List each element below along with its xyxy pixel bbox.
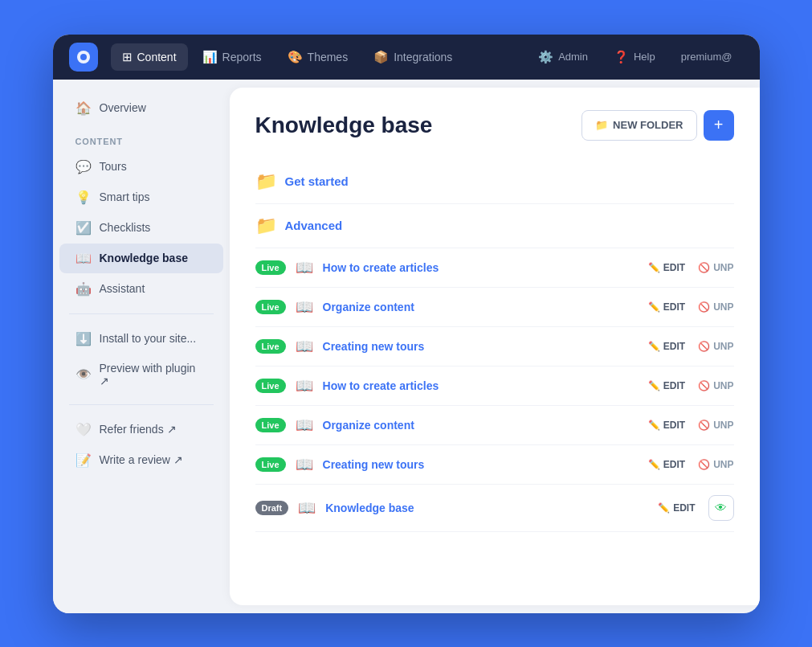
admin-icon: ⚙️	[538, 50, 553, 64]
themes-icon: 🎨	[288, 50, 303, 64]
article-row-2: Live 📖 Organize content ✏️ EDIT 🚫 UNP	[255, 288, 734, 327]
article-name-6[interactable]: Creating new tours	[323, 458, 639, 471]
unpublish-button-6[interactable]: 🚫 UNP	[698, 459, 733, 470]
integrations-icon: 📦	[373, 50, 389, 64]
folder-name-advanced: Advanced	[285, 219, 343, 232]
home-icon: 🏠	[75, 100, 92, 116]
edit-button-3[interactable]: ✏️ EDIT	[648, 341, 685, 352]
unpublish-button-2[interactable]: 🚫 UNP	[698, 301, 733, 313]
article-name-4[interactable]: How to create articles	[323, 379, 639, 392]
view-button-7[interactable]: 👁	[708, 495, 734, 521]
nav-right-group: ⚙️ Admin ❓ Help premium@	[527, 43, 743, 71]
help-icon: ❓	[614, 50, 629, 64]
unpublish-button-5[interactable]: 🚫 UNP	[698, 420, 733, 431]
sidebar: 🏠 Overview CONTENT 💬 Tours 💡 Smart tips …	[53, 80, 230, 613]
new-folder-button[interactable]: 📁 NEW FOLDER	[581, 110, 696, 141]
app-window: ⊞ Content 📊 Reports 🎨 Themes 📦 Integrati…	[53, 35, 760, 613]
article-actions-7: ✏️ EDIT 👁	[658, 495, 733, 521]
status-badge-7: Draft	[255, 501, 289, 515]
page-header: Knowledge base 📁 NEW FOLDER +	[255, 110, 734, 141]
folder-icon-get-started: 📁	[255, 171, 277, 192]
article-actions-1: ✏️ EDIT 🚫 UNP	[648, 262, 734, 273]
sidebar-item-smart-tips[interactable]: 💡 Smart tips	[59, 182, 223, 212]
folder-get-started[interactable]: 📁 Get started	[255, 160, 734, 204]
article-actions-5: ✏️ EDIT 🚫 UNP	[648, 420, 734, 431]
article-row-7: Draft 📖 Knowledge base ✏️ EDIT 👁	[255, 485, 734, 532]
sidebar-divider-2	[69, 404, 214, 405]
article-row-5: Live 📖 Organize content ✏️ EDIT 🚫 UNP	[255, 406, 734, 445]
add-button[interactable]: +	[704, 110, 734, 141]
app-logo[interactable]	[69, 43, 98, 72]
status-badge-5: Live	[255, 418, 286, 432]
article-actions-3: ✏️ EDIT 🚫 UNP	[648, 341, 734, 352]
article-icon-4: 📖	[296, 377, 313, 395]
sidebar-item-tours[interactable]: 💬 Tours	[59, 152, 223, 182]
sidebar-item-assistant[interactable]: 🤖 Assistant	[59, 274, 223, 304]
article-actions-4: ✏️ EDIT 🚫 UNP	[648, 380, 734, 391]
article-name-5[interactable]: Organize content	[323, 419, 639, 432]
nav-admin[interactable]: ⚙️ Admin	[527, 43, 599, 71]
article-icon-1: 📖	[296, 259, 313, 276]
article-actions-6: ✏️ EDIT 🚫 UNP	[648, 459, 734, 470]
top-navigation: ⊞ Content 📊 Reports 🎨 Themes 📦 Integrati…	[53, 35, 760, 80]
sidebar-item-overview[interactable]: 🏠 Overview	[59, 93, 223, 123]
status-badge-1: Live	[255, 260, 286, 275]
status-badge-3: Live	[255, 339, 286, 354]
nav-integrations[interactable]: 📦 Integrations	[362, 43, 463, 71]
checklists-icon: ☑️	[75, 220, 92, 235]
article-icon-5: 📖	[296, 416, 313, 434]
edit-button-1[interactable]: ✏️ EDIT	[648, 262, 685, 273]
sidebar-item-refer[interactable]: 🤍 Refer friends ↗	[59, 415, 223, 444]
preview-icon: 👁️	[75, 366, 92, 382]
article-row-6: Live 📖 Creating new tours ✏️ EDIT 🚫 UNP	[255, 445, 734, 485]
sidebar-item-checklists[interactable]: ☑️ Checklists	[59, 213, 223, 243]
status-badge-4: Live	[255, 379, 286, 393]
edit-button-5[interactable]: ✏️ EDIT	[648, 420, 685, 431]
review-icon: 📝	[75, 452, 92, 468]
content-area: Knowledge base 📁 NEW FOLDER + 📁 Get star…	[230, 88, 760, 605]
sidebar-item-preview[interactable]: 👁️ Preview with plugin ↗	[59, 354, 223, 395]
nav-reports[interactable]: 📊 Reports	[191, 43, 273, 71]
knowledge-base-icon: 📖	[75, 251, 92, 266]
edit-button-6[interactable]: ✏️ EDIT	[648, 459, 685, 470]
assistant-icon: 🤖	[75, 281, 92, 297]
article-icon-7: 📖	[298, 499, 316, 517]
unpublish-button-1[interactable]: 🚫 UNP	[698, 262, 733, 273]
article-icon-3: 📖	[296, 338, 313, 355]
article-row-4: Live 📖 How to create articles ✏️ EDIT 🚫 …	[255, 366, 734, 406]
article-name-1[interactable]: How to create articles	[323, 261, 639, 274]
main-layout: 🏠 Overview CONTENT 💬 Tours 💡 Smart tips …	[53, 80, 760, 613]
article-icon-2: 📖	[296, 298, 313, 316]
reports-icon: 📊	[202, 50, 218, 64]
article-actions-2: ✏️ EDIT 🚫 UNP	[648, 301, 734, 313]
edit-button-2[interactable]: ✏️ EDIT	[648, 301, 685, 313]
nav-help[interactable]: ❓ Help	[602, 43, 667, 71]
svg-point-1	[80, 54, 87, 60]
edit-button-4[interactable]: ✏️ EDIT	[648, 380, 685, 391]
user-email: premium@	[670, 44, 744, 69]
smart-tips-icon: 💡	[75, 190, 92, 205]
nav-content[interactable]: ⊞ Content	[111, 43, 188, 71]
nav-themes[interactable]: 🎨 Themes	[276, 43, 360, 71]
article-row-1: Live 📖 How to create articles ✏️ EDIT 🚫 …	[255, 248, 734, 288]
sidebar-item-install[interactable]: ⬇️ Install to your site...	[59, 324, 223, 354]
sidebar-item-review[interactable]: 📝 Write a review ↗	[59, 445, 223, 475]
folder-add-icon: 📁	[595, 119, 608, 131]
article-name-2[interactable]: Organize content	[323, 301, 639, 313]
content-icon: ⊞	[122, 50, 133, 64]
folder-icon-advanced: 📁	[255, 215, 277, 236]
folder-name-get-started: Get started	[285, 174, 349, 188]
page-title: Knowledge base	[255, 113, 433, 138]
sidebar-item-knowledge-base[interactable]: 📖 Knowledge base	[59, 244, 223, 273]
install-icon: ⬇️	[75, 331, 92, 346]
edit-button-7[interactable]: ✏️ EDIT	[658, 502, 695, 514]
unpublish-button-3[interactable]: 🚫 UNP	[698, 341, 733, 352]
article-row-3: Live 📖 Creating new tours ✏️ EDIT 🚫 UNP	[255, 327, 734, 366]
article-name-3[interactable]: Creating new tours	[323, 340, 639, 353]
unpublish-button-4[interactable]: 🚫 UNP	[698, 380, 733, 391]
folder-advanced[interactable]: 📁 Advanced	[255, 204, 734, 248]
status-badge-2: Live	[255, 300, 286, 314]
article-name-7[interactable]: Knowledge base	[325, 502, 648, 514]
tours-icon: 💬	[75, 159, 92, 174]
sidebar-section-content: CONTENT	[53, 124, 230, 151]
